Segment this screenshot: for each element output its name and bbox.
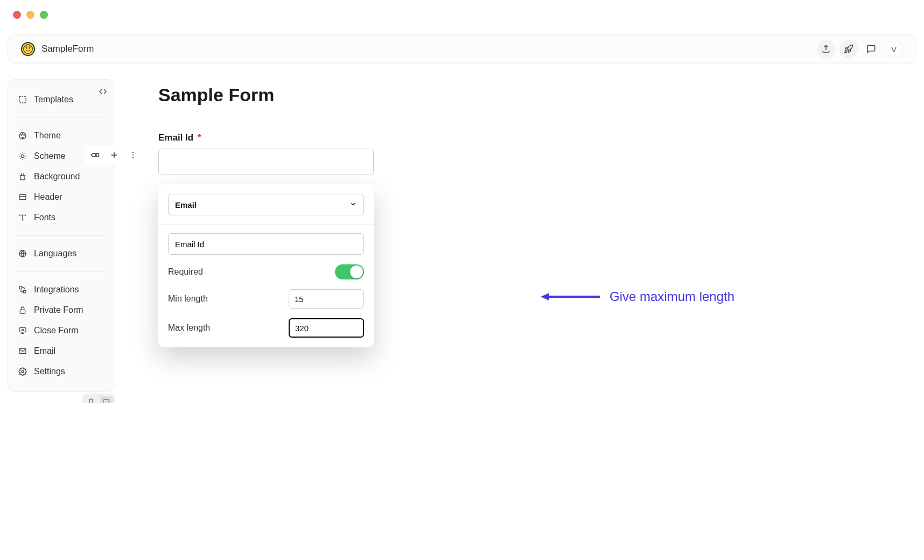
sidebar: Templates Theme Scheme xyxy=(8,79,115,392)
header-icon xyxy=(18,193,27,201)
templates-icon xyxy=(18,95,27,104)
max-length-row: Max length xyxy=(168,318,364,338)
svg-rect-17 xyxy=(23,290,26,293)
main-area: Templates Theme Scheme xyxy=(0,68,924,403)
divider xyxy=(16,235,107,236)
svg-rect-16 xyxy=(19,286,22,289)
viewport-mobile-button[interactable] xyxy=(85,396,97,403)
svg-point-2 xyxy=(29,47,30,48)
svg-rect-18 xyxy=(20,310,25,313)
svg-point-1 xyxy=(26,47,27,48)
sidebar-item-languages[interactable]: Languages xyxy=(12,243,110,264)
min-length-label: Min length xyxy=(168,294,208,304)
maximize-window-button[interactable] xyxy=(40,11,48,19)
divider xyxy=(16,117,107,118)
required-asterisk: * xyxy=(198,132,201,143)
form-field: Email Id * xyxy=(158,132,890,174)
publish-button[interactable] xyxy=(839,40,858,58)
svg-point-10 xyxy=(21,155,24,157)
svg-rect-22 xyxy=(89,399,93,403)
brush-icon xyxy=(18,172,27,181)
sidebar-item-label: Header xyxy=(34,192,62,202)
min-length-input[interactable] xyxy=(289,289,364,309)
annotation: Give maximum length xyxy=(541,289,734,304)
svg-point-7 xyxy=(21,135,22,135)
svg-point-21 xyxy=(22,370,24,373)
svg-point-4 xyxy=(29,45,31,47)
svg-rect-23 xyxy=(103,400,109,403)
form-canvas: Sample Form Email Id * Email Required xyxy=(131,79,916,353)
sidebar-item-theme[interactable]: Theme xyxy=(12,125,110,146)
app-logo xyxy=(21,42,35,56)
app-title: SampleForm xyxy=(41,44,94,54)
sidebar-item-email[interactable]: Email xyxy=(12,341,110,361)
field-label-input[interactable] xyxy=(168,233,364,255)
sidebar-item-fonts[interactable]: Fonts xyxy=(12,207,110,228)
lock-icon xyxy=(18,306,27,314)
sidebar-item-close-form[interactable]: Close Form xyxy=(12,320,110,341)
gear-icon xyxy=(18,367,27,376)
mail-icon xyxy=(18,347,27,355)
arrow-icon xyxy=(541,291,600,302)
sidebar-item-label: Close Form xyxy=(34,326,79,335)
chevron-down-icon xyxy=(349,200,357,209)
divider xyxy=(16,271,107,272)
close-window-button[interactable] xyxy=(13,11,21,19)
sidebar-item-label: Integrations xyxy=(34,285,79,295)
required-label: Required xyxy=(168,267,203,277)
share-button[interactable] xyxy=(817,40,835,58)
form-title: Sample Form xyxy=(158,85,890,106)
email-field-input[interactable] xyxy=(158,149,374,174)
svg-rect-5 xyxy=(19,96,26,103)
window-traffic-lights xyxy=(0,0,924,30)
toggle-knob xyxy=(350,265,363,278)
field-type-select[interactable]: Email xyxy=(168,194,364,215)
palette-icon xyxy=(18,131,27,140)
required-row: Required xyxy=(168,264,364,279)
sidebar-item-integrations[interactable]: Integrations xyxy=(12,279,110,300)
svg-point-3 xyxy=(25,45,27,47)
field-label: Email Id * xyxy=(158,132,890,143)
type-icon xyxy=(18,213,27,222)
required-toggle[interactable] xyxy=(335,264,364,279)
field-type-selected: Email xyxy=(175,200,197,209)
viewport-desktop-button[interactable] xyxy=(100,396,113,403)
sidebar-item-label: Email xyxy=(34,346,55,356)
globe-icon xyxy=(18,249,27,258)
sidebar-item-private-form[interactable]: Private Form xyxy=(12,300,110,320)
svg-marker-25 xyxy=(541,293,549,300)
max-length-input[interactable] xyxy=(289,318,364,338)
sun-icon xyxy=(18,152,27,160)
comment-button[interactable] xyxy=(862,40,880,58)
sidebar-item-label: Theme xyxy=(34,131,61,141)
sidebar-item-background[interactable]: Background xyxy=(12,166,110,187)
sidebar-item-label: Settings xyxy=(34,367,65,376)
sidebar-item-label: Templates xyxy=(34,95,73,104)
user-avatar[interactable]: V xyxy=(885,40,903,58)
annotation-text: Give maximum length xyxy=(610,289,734,304)
svg-rect-14 xyxy=(19,194,26,199)
min-length-row: Min length xyxy=(168,289,364,309)
max-length-label: Max length xyxy=(168,323,210,333)
sidebar-item-label: Private Form xyxy=(34,305,83,315)
field-settings-popover: Email Required Min length Max length xyxy=(158,184,374,347)
delete-action[interactable] xyxy=(90,150,100,160)
svg-point-8 xyxy=(22,134,23,134)
sidebar-item-scheme[interactable]: Scheme xyxy=(12,146,110,166)
monitor-x-icon xyxy=(18,326,27,335)
minimize-window-button[interactable] xyxy=(26,11,34,19)
add-action[interactable] xyxy=(109,150,119,160)
sidebar-item-label: Scheme xyxy=(34,151,66,161)
topbar: SampleForm V xyxy=(8,34,916,64)
integrations-icon xyxy=(18,285,27,294)
svg-point-9 xyxy=(24,135,24,135)
sidebar-item-label: Background xyxy=(34,172,80,181)
sidebar-item-settings[interactable]: Settings xyxy=(12,361,110,382)
viewport-toggle xyxy=(82,394,115,403)
sidebar-item-templates[interactable]: Templates xyxy=(12,89,110,110)
topbar-right: V xyxy=(817,40,903,58)
sidebar-item-header[interactable]: Header xyxy=(12,187,110,207)
divider xyxy=(158,224,374,225)
sidebar-item-label: Fonts xyxy=(34,213,55,222)
topbar-left: SampleForm xyxy=(21,42,94,56)
